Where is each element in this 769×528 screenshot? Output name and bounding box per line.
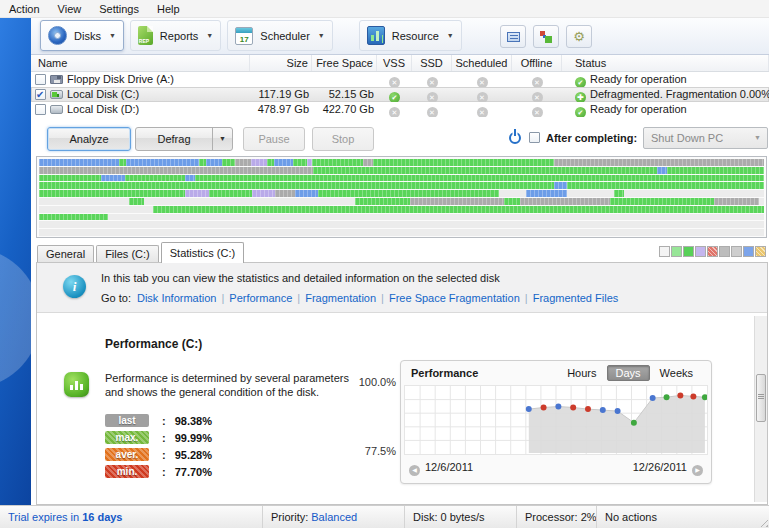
map-segment-g — [195, 175, 764, 182]
metric-value: 98.38% — [175, 415, 212, 427]
cross-icon: ✕ — [389, 107, 400, 117]
checklist-button[interactable] — [500, 25, 526, 48]
program-blocks-button[interactable] — [533, 25, 559, 48]
column-header-vss[interactable]: VSS — [377, 55, 412, 71]
pause-button[interactable]: Pause — [243, 127, 305, 151]
drive-name: Floppy Disk Drive (A:) — [67, 73, 174, 85]
scheduler-icon — [235, 27, 253, 45]
metric-badge: aver. — [105, 448, 149, 461]
dropdown-arrow-icon[interactable]: ▼ — [318, 32, 325, 39]
priority-status: Priority:Balanced — [263, 506, 405, 528]
next-range-icon[interactable]: ▶ — [692, 465, 703, 476]
metric-badge: last — [105, 414, 149, 427]
goto-link-fragmentation[interactable]: Fragmentation — [305, 292, 376, 304]
chart-plot — [404, 385, 708, 455]
legend-swatch-3 — [695, 246, 706, 257]
toolbar-tab-scheduler[interactable]: Scheduler▼ — [227, 20, 332, 51]
map-segment-g — [119, 159, 126, 166]
range-days[interactable]: Days — [607, 365, 650, 381]
toolbar-tab-resource[interactable]: Resource▼ — [359, 20, 462, 51]
dropdown-arrow-icon[interactable]: ▼ — [206, 32, 213, 39]
column-header-free-space[interactable]: Free Space — [312, 55, 377, 71]
tab-general[interactable]: General — [37, 245, 94, 262]
map-segment-w — [39, 198, 129, 205]
actions-row: Analyze Defrag ▼ Pause Stop After comple… — [31, 122, 769, 155]
defrag-button[interactable]: Defrag — [136, 128, 212, 150]
chart-point-7 — [631, 420, 637, 426]
priority-value-link[interactable]: Balanced — [311, 511, 357, 523]
drive-checkbox[interactable] — [35, 89, 46, 100]
after-completing-select[interactable]: Shut Down PC ▼ — [643, 127, 768, 149]
map-segment-w — [39, 229, 764, 236]
table-row[interactable]: Local Disk (D:)478.97 Gb422.70 Gb✕✕✕✕✔Re… — [31, 102, 769, 117]
stop-button[interactable]: Stop — [312, 127, 374, 151]
range-hours[interactable]: Hours — [559, 365, 604, 381]
scrollbar-thumb[interactable] — [756, 374, 766, 422]
local-disk-icon — [50, 105, 63, 114]
map-segment-g — [125, 175, 184, 182]
gear-button[interactable]: ⚙ — [566, 25, 592, 48]
disk-speed-status: Disk: 0 bytes/s — [405, 506, 517, 528]
toolbar-tab-disks[interactable]: Disks▼ — [40, 20, 124, 51]
map-segment-g — [209, 190, 253, 197]
map-segment-g — [312, 159, 363, 166]
goto-link-disk-information[interactable]: Disk Information — [137, 292, 216, 304]
column-header-status[interactable]: Status — [562, 55, 769, 71]
chart-point-1 — [541, 405, 547, 411]
menu-settings[interactable]: Settings — [90, 0, 148, 18]
defrag-dropdown-arrow-icon[interactable]: ▼ — [212, 128, 232, 150]
prev-range-icon[interactable]: ◀ — [409, 465, 420, 476]
table-row[interactable]: Local Disk (C:)117.19 Gb52.15 Gb✔✕✕✕✚Def… — [31, 87, 769, 102]
map-segment-p — [185, 190, 208, 197]
goto-link-free-space-fragmentation[interactable]: Free Space Fragmentation — [389, 292, 520, 304]
goto-link-fragmented-files[interactable]: Fragmented Files — [533, 292, 619, 304]
map-segment-G — [363, 159, 373, 166]
defrag-split-button[interactable]: Defrag ▼ — [135, 127, 233, 151]
map-segment-w — [144, 198, 355, 205]
checklist-icon — [507, 32, 520, 42]
performance-chart-panel: Performance HoursDaysWeeks ◀12/6/2011 12… — [400, 360, 712, 484]
check-icon: ✔ — [389, 92, 400, 102]
offline-cell: ✕ — [512, 87, 562, 102]
metric-badge: min. — [105, 465, 149, 478]
tab-statistics-c[interactable]: Statistics (C:) — [161, 242, 244, 263]
status-bar: Trial expires in16 days Priority:Balance… — [0, 505, 769, 528]
goto-label: Go to: — [101, 292, 131, 304]
menu-help[interactable]: Help — [148, 0, 189, 18]
drive-checkbox[interactable] — [35, 74, 46, 85]
legend-swatch-0 — [659, 246, 670, 257]
column-header-offline[interactable]: Offline — [512, 55, 562, 71]
analyze-button[interactable]: Analyze — [47, 127, 131, 151]
menu-view[interactable]: View — [49, 0, 91, 18]
statistics-body: Performance (C:) Performance is determin… — [37, 314, 767, 504]
column-header-size[interactable]: Size — [250, 55, 312, 71]
disks-icon — [48, 26, 67, 45]
map-row — [39, 175, 764, 182]
goto-link-performance[interactable]: Performance — [229, 292, 292, 304]
resource-icon — [367, 26, 385, 45]
column-header-ssd[interactable]: SSD — [412, 55, 452, 71]
range-weeks[interactable]: Weeks — [652, 365, 701, 381]
column-header-name[interactable]: Name — [31, 55, 250, 71]
status-text: Ready for operation — [590, 73, 687, 85]
toolbar-tab-reports[interactable]: Reports▼ — [130, 20, 221, 51]
map-segment-g — [567, 182, 764, 189]
legend-swatch-6 — [731, 246, 742, 257]
goto-links-row: Go to:Disk Information|Performance|Fragm… — [101, 292, 618, 304]
map-segment-g — [222, 159, 236, 166]
status-cell: ✚Defragmented. Fragmentation 0.00%. — [562, 87, 769, 102]
map-segment-g — [129, 198, 144, 205]
dropdown-arrow-icon[interactable]: ▼ — [109, 32, 116, 39]
column-header-scheduled[interactable]: Scheduled — [452, 55, 512, 71]
menu-action[interactable]: Action — [0, 0, 49, 18]
map-row — [39, 206, 764, 213]
drive-name: Local Disk (C:) — [67, 88, 139, 100]
legend-swatch-5 — [719, 246, 730, 257]
after-completing-checkbox[interactable] — [529, 132, 540, 143]
tab-files-c[interactable]: Files (C:) — [96, 245, 159, 262]
table-row[interactable]: Floppy Disk Drive (A:)✕✕✕✕✔Ready for ope… — [31, 72, 769, 87]
drive-checkbox[interactable] — [35, 104, 46, 115]
dropdown-arrow-icon[interactable]: ▼ — [447, 32, 454, 39]
view-tabs-strip: GeneralFiles (C:)Statistics (C:) — [31, 240, 769, 262]
vertical-scrollbar[interactable] — [754, 316, 767, 502]
